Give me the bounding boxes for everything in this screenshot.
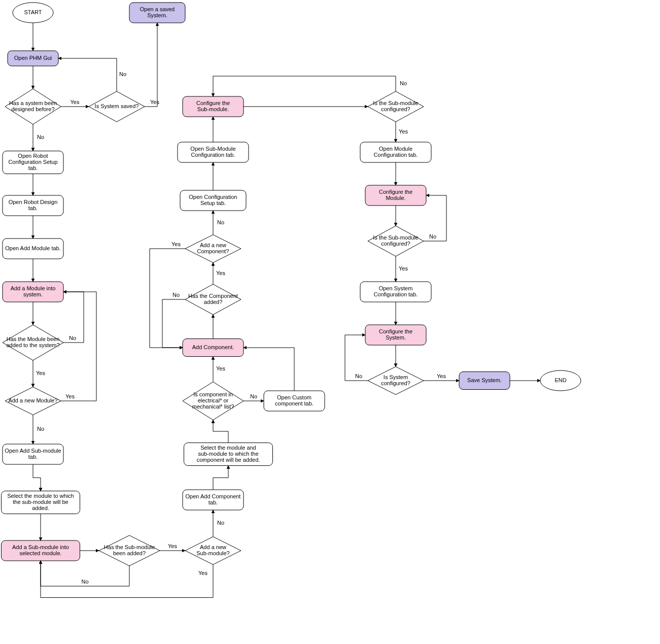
svg-text:Add a newSub-module?: Add a newSub-module? — [196, 544, 229, 556]
svg-text:Configure theSub-module.: Configure theSub-module. — [196, 100, 230, 112]
svg-text:Is Systemconfigured?: Is Systemconfigured? — [381, 374, 410, 386]
svg-text:Has a system beendesigned befo: Has a system beendesigned before? — [9, 100, 57, 112]
svg-text:START: START — [24, 9, 42, 15]
svg-text:Open ModuleConfiguration tab.: Open ModuleConfiguration tab. — [374, 146, 418, 158]
edge-label: No — [429, 233, 436, 240]
svg-text:Add Component.: Add Component. — [192, 344, 234, 350]
svg-text:Add a Sub-module intoselected : Add a Sub-module intoselected module. — [12, 544, 69, 556]
edge-label: No — [217, 520, 224, 526]
svg-text:Select the module andsub-modul: Select the module andsub-module to which… — [197, 445, 260, 463]
edge-label: Yes — [36, 370, 45, 376]
edge-label: Yes — [198, 570, 207, 576]
edge — [244, 348, 294, 391]
edge-label: Yes — [71, 99, 80, 105]
edge — [61, 292, 96, 401]
edge-label: No — [172, 292, 180, 298]
edge-label: Yes — [150, 99, 159, 105]
edge-label: Yes — [171, 241, 181, 247]
edge-label: No — [400, 80, 407, 86]
svg-text:Is System saved?: Is System saved? — [95, 103, 139, 109]
svg-text:Has the Module beenadded to th: Has the Module beenadded to the system? — [6, 336, 59, 348]
edge — [213, 420, 228, 443]
edge-label: Yes — [399, 265, 408, 272]
edge-label: Yes — [437, 373, 446, 379]
edge-label: No — [355, 373, 362, 379]
svg-text:Is component inelectrical* orm: Is component inelectrical* ormechanical*… — [192, 391, 234, 410]
edge-label: No — [37, 134, 44, 140]
edge-label: Yes — [216, 365, 225, 371]
svg-text:Open Sub-ModuleConfiguration t: Open Sub-ModuleConfiguration tab. — [190, 146, 235, 158]
edge — [150, 249, 185, 348]
svg-text:Add a new Module?: Add a new Module? — [8, 397, 57, 403]
svg-text:Open PHM Gui: Open PHM Gui — [14, 55, 52, 61]
edge-label: Yes — [168, 543, 177, 549]
edge-label: No — [119, 71, 126, 77]
edge-label: No — [69, 335, 76, 341]
edge — [145, 23, 157, 107]
edge-label: No — [217, 219, 224, 225]
edge-label: Yes — [216, 270, 225, 276]
edge-label: No — [37, 426, 44, 432]
svg-text:Add a newComponent?: Add a newComponent? — [197, 242, 229, 254]
edge — [162, 299, 185, 348]
edge-label: No — [250, 393, 257, 399]
edge — [213, 76, 396, 96]
edge-label: Yes — [399, 128, 408, 134]
edge — [33, 464, 41, 491]
edge-label: No — [81, 579, 88, 585]
svg-text:Save System.: Save System. — [467, 377, 502, 383]
svg-text:Open SystemConfiguration tab.: Open SystemConfiguration tab. — [374, 285, 418, 297]
svg-text:END: END — [554, 377, 566, 383]
svg-text:Open Add Module tab.: Open Add Module tab. — [5, 245, 60, 251]
edge — [41, 561, 213, 598]
svg-text:Open Customcomponent tab.: Open Customcomponent tab. — [275, 394, 314, 406]
edge-label: Yes — [65, 393, 75, 399]
edge — [213, 466, 228, 490]
edge — [58, 58, 117, 91]
